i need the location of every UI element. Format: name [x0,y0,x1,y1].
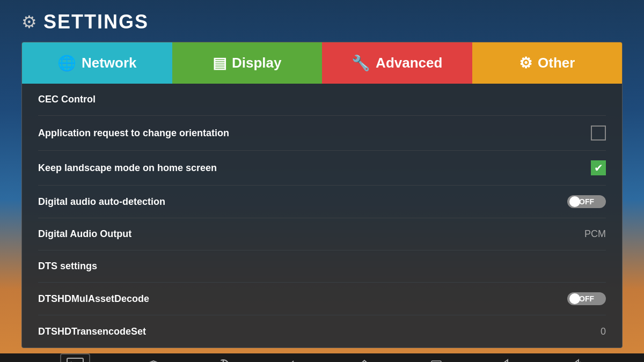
tab-bar: 🌐 Network ▤ Display 🔧 Advanced ⚙ Other [22,42,622,84]
advanced-icon: 🔧 [352,54,370,72]
setting-landscape-mode[interactable]: Keep landscape mode on home screen ✔ [38,151,606,186]
display-icon: ▤ [213,54,226,72]
tab-advanced-label: Advanced [376,55,442,71]
back-icon[interactable] [286,359,301,362]
settings-gear-icon: ⚙ [21,12,37,32]
tab-network-label: Network [82,55,137,71]
cec-control-label: CEC Control [38,94,96,105]
screen-icon[interactable] [60,353,90,362]
setting-digital-audio-detection[interactable]: Digital audio auto-detection OFF [38,186,606,218]
main-content: ⚙ SETTINGS 🌐 Network ▤ Display 🔧 Advance… [0,0,644,353]
tab-display-label: Display [232,55,282,71]
setting-dtshd-transencodeset[interactable]: DTSHDTransencodeSet 0 [38,315,606,348]
svg-marker-11 [500,360,508,362]
settings-header: ⚙ SETTINGS [21,11,623,33]
tab-display[interactable]: ▤ Display [172,42,323,84]
digital-audio-detection-toggle[interactable]: OFF [567,195,606,208]
tab-advanced[interactable]: 🔧 Advanced [322,42,472,84]
settings-panel: 🌐 Network ▤ Display 🔧 Advanced ⚙ Other C… [21,42,623,348]
dtshd-transencodeset-label: DTSHDTransencodeSet [38,326,146,337]
svg-rect-0 [67,358,83,362]
app-orientation-checkbox[interactable] [591,125,606,141]
tab-network[interactable]: 🌐 Network [22,42,172,84]
page-title: SETTINGS [43,11,149,33]
dts-settings-label: DTS settings [38,261,97,272]
tab-other[interactable]: ⚙ Other [472,42,623,84]
setting-dtshdmulassetdecode[interactable]: DTSHDMulAssetDecode OFF [38,283,606,315]
dtshdmulassetdecode-label: DTSHDMulAssetDecode [38,293,149,305]
digital-audio-output-label: Digital Audio Output [38,228,131,240]
app-orientation-label: Application request to change orientatio… [38,128,229,139]
dtshd-transencodeset-value: 0 [601,326,606,337]
home-icon[interactable] [357,358,372,362]
svg-marker-13 [571,360,579,362]
digital-audio-detection-label: Digital audio auto-detection [38,196,165,208]
setting-dts-settings: DTS settings [38,250,606,283]
menu-icon[interactable] [146,359,161,362]
dtshdmulassetdecode-toggle[interactable]: OFF [567,292,606,305]
network-icon: 🌐 [57,54,76,72]
landscape-mode-label: Keep landscape mode on home screen [38,162,217,174]
setting-cec-control: CEC Control [38,84,606,116]
tab-other-label: Other [538,55,575,71]
settings-list: CEC Control Application request to chang… [22,84,622,348]
setting-digital-audio-output[interactable]: Digital Audio Output PCM [38,218,606,250]
vol-down-icon[interactable] [569,359,584,362]
vol-mute-icon[interactable] [498,359,513,362]
other-icon: ⚙ [519,54,532,72]
digital-audio-output-value: PCM [584,228,606,240]
power-icon[interactable] [216,358,230,362]
setting-app-orientation[interactable]: Application request to change orientatio… [38,116,606,151]
landscape-mode-checkbox[interactable]: ✔ [591,160,606,175]
bottom-bar [0,353,644,362]
recent-apps-icon[interactable] [428,358,443,362]
